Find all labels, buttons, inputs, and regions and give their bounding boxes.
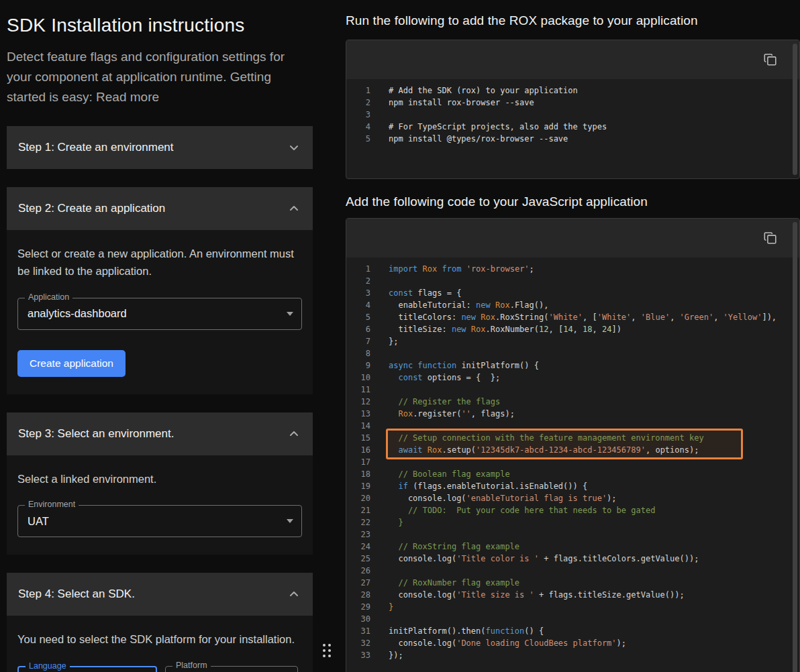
code-text: enableTutorial: new Rox.Flag(), <box>370 299 548 311</box>
environment-select[interactable]: EnvironmentUAT <box>17 505 302 537</box>
page-title: SDK Installation instructions <box>7 15 313 36</box>
code-line: 19 if (flags.enableTutorial.isEnabled())… <box>346 480 799 492</box>
code-toolbar <box>346 40 799 79</box>
copy-button[interactable] <box>762 51 779 68</box>
step-fields: LanguageJavaScriptPlatformnpm <box>17 666 302 672</box>
line-number: 2 <box>346 275 370 287</box>
code-text: } <box>370 601 393 613</box>
accordion-step-1-header[interactable]: Step 1: Create an environment <box>7 126 313 169</box>
code-lines-js: 1import Rox from 'rox-browser';23const f… <box>346 258 799 672</box>
platform-select[interactable]: Platformnpm <box>165 666 298 672</box>
code-text: # Add the SDK (rox) to your application <box>370 85 578 97</box>
code-line: 33}); <box>346 649 799 661</box>
code-text: // RoxString flag example <box>370 541 519 553</box>
code-line: 8 <box>346 347 799 359</box>
code-line: 21 // TODO: Put your code here that need… <box>346 504 799 516</box>
line-number: 30 <box>346 613 370 625</box>
select-label: Platform <box>172 661 211 670</box>
code-text: titleColors: new Rox.RoxString('White', … <box>370 311 777 323</box>
code-line: 26 <box>346 565 799 577</box>
code-line: 23 <box>346 528 799 541</box>
line-number: 2 <box>346 97 370 109</box>
code-block-npm: 1# Add the SDK (rox) to your application… <box>346 40 800 179</box>
code-line: 25 console.log('Title color is ' + flags… <box>346 553 799 565</box>
page-description: Detect feature flags and configuration s… <box>7 47 313 107</box>
drag-handle-icon[interactable] <box>323 644 331 657</box>
accordion-step-1: Step 1: Create an environment <box>7 126 313 169</box>
line-number: 17 <box>346 456 370 468</box>
copy-icon <box>763 59 778 69</box>
line-number: 5 <box>346 133 370 145</box>
language-select[interactable]: LanguageJavaScript <box>17 666 157 672</box>
accordion-step-4-header[interactable]: Step 4: Select an SDK. <box>7 573 313 616</box>
code-text: } <box>370 516 403 528</box>
code-line: 1import Rox from 'rox-browser'; <box>346 263 799 275</box>
code-line: 3 <box>346 109 799 121</box>
code-line: 12 // Register the flags <box>346 396 799 408</box>
code-text: Rox.register('', flags); <box>370 408 515 420</box>
code-text: console.log('enableTutorial flag is true… <box>370 492 617 504</box>
copy-icon <box>763 237 778 247</box>
code-line: 18 // Boolean flag example <box>346 468 799 480</box>
code-line: 5npm install @types/rox-browser --save <box>346 133 799 145</box>
line-number: 3 <box>346 287 370 299</box>
line-number: 32 <box>346 637 370 649</box>
code-text: async function initPlatform() { <box>370 359 539 372</box>
code-line: 9async function initPlatform() { <box>346 359 799 372</box>
line-number: 24 <box>346 541 370 553</box>
line-number: 4 <box>346 121 370 133</box>
code-line: 2npm install rox-browser --save <box>346 97 799 109</box>
line-number: 6 <box>346 323 370 335</box>
accordion-step-2-header[interactable]: Step 2: Create an application <box>7 187 313 230</box>
select-value: analytics-dashboard <box>28 307 127 320</box>
code-toolbar <box>346 219 799 258</box>
line-number: 27 <box>346 577 370 589</box>
application-select[interactable]: Applicationanalytics-dashboard <box>17 298 302 330</box>
code-text: titleSize: new Rox.RoxNumber(12, [14, 18… <box>370 323 621 335</box>
copy-button[interactable] <box>762 229 779 247</box>
accordion-step-3: Step 3: Select an environment.Select a l… <box>7 412 313 555</box>
code-text: initPlatform().then(function() { <box>370 625 544 637</box>
code-line: 1# Add the SDK (rox) to your application <box>346 85 799 97</box>
step-fields: Applicationanalytics-dashboard <box>17 298 302 330</box>
left-panel: SDK Installation instructions Detect fea… <box>0 0 346 672</box>
chevron-up-icon <box>286 586 302 602</box>
line-number: 7 <box>346 335 370 347</box>
line-number: 5 <box>346 311 370 323</box>
line-number: 4 <box>346 299 370 311</box>
create-application-button[interactable]: Create application <box>17 350 126 377</box>
step-fields: EnvironmentUAT <box>17 505 302 537</box>
code-line: 20 console.log('enableTutorial flag is t… <box>346 492 799 504</box>
code-line: 22 } <box>346 516 799 528</box>
code-text: const options = { }; <box>370 372 500 384</box>
scrollbar[interactable] <box>793 222 797 672</box>
code-line: 7}; <box>346 335 799 347</box>
line-number: 26 <box>346 565 370 577</box>
accordion-step-3-body: Select a linked environment.EnvironmentU… <box>7 455 313 555</box>
code-text <box>370 109 389 121</box>
right-panel: Run the following to add the ROX package… <box>346 0 800 672</box>
code-text: // Register the flags <box>370 396 500 408</box>
dropdown-arrow-icon <box>287 312 293 316</box>
code-line: 3const flags = { <box>346 287 799 299</box>
chevron-up-icon <box>286 201 302 217</box>
accordion-step-3-header[interactable]: Step 3: Select an environment. <box>7 412 313 455</box>
line-number: 8 <box>346 347 370 359</box>
code-line: 31initPlatform().then(function() { <box>346 625 799 637</box>
code-line: 30 <box>346 613 799 625</box>
line-number: 15 <box>346 432 370 444</box>
code-line: 2 <box>346 275 799 287</box>
line-number: 18 <box>346 468 370 480</box>
read-more-link[interactable]: Read more <box>96 90 159 104</box>
line-number: 12 <box>346 396 370 408</box>
code-text <box>370 565 389 577</box>
line-number: 9 <box>346 359 370 372</box>
accordion-step-2-body: Select or create a new application. An e… <box>7 230 313 394</box>
line-number: 22 <box>346 516 370 528</box>
select-label: Language <box>26 661 70 671</box>
select-label: Environment <box>25 500 79 509</box>
code-text: const flags = { <box>370 287 461 299</box>
line-number: 23 <box>346 528 370 541</box>
code-line: 29} <box>346 601 799 613</box>
scrollbar[interactable] <box>793 44 797 175</box>
